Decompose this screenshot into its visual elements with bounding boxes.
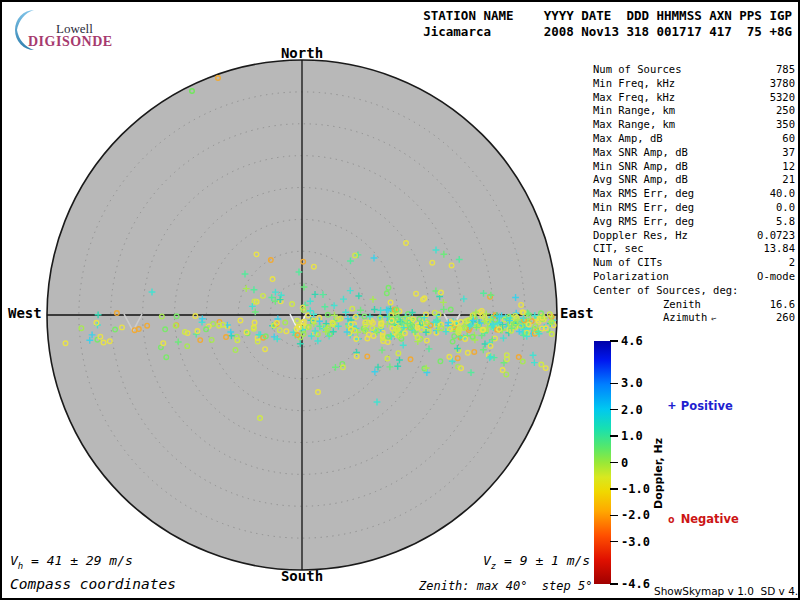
colorbar-tick [610,383,618,385]
circle-marker-icon: o [668,513,675,526]
header-values-line: Jicamarca 2008 Nov13 318 001717 417 75 +… [423,24,792,39]
legend-positive-label: Positive [681,399,733,413]
compass-west-label: West [8,305,42,321]
colorbar-tick [610,340,618,342]
colorbar-axis-label: Doppler, Hz [652,438,665,509]
colorbar-tick [610,488,618,490]
legend-negative: oNegative [668,512,739,526]
azimuth-arrow-icon: ← [710,312,719,327]
colorbar-tick [610,409,618,411]
colorbar-tick [610,515,618,517]
colorbar-tick-label: 0 [621,456,628,470]
colorbar-tick [610,435,618,437]
colorbar-tick [610,462,618,464]
colorbar-tick-label: -1.0 [621,482,650,496]
lowell-digisonde-logo: Lowell DIGISONDE [10,9,130,53]
compass-east-label: East [560,305,594,321]
skymap-window: Lowell DIGISONDE STATION NAME YYYY DATE … [0,0,800,600]
colorbar-tick-label: -4.6 [621,577,650,591]
vertical-velocity-readout: Vz = 9 ± 1 m/s [483,553,590,571]
header-columns-line: STATION NAME YYYY DATE DDD HHMMSS AXN PP… [423,8,792,23]
software-version-text: ShowSkymap v 1.0 SD v 4.2 [654,585,800,597]
colorbar-tick-label: 1.0 [621,429,643,443]
legend-negative-label: Negative [681,512,739,526]
logo-digisonde-text: DIGISONDE [28,34,113,50]
zenith-scale-note: Zenith: max 40° step 5° [419,579,592,593]
compass-north-label: North [272,45,332,61]
doppler-colorbar [594,341,611,584]
colorbar-tick-label: -3.0 [621,535,650,549]
compass-south-label: South [272,568,332,584]
colorbar-tick [610,541,618,543]
horizontal-velocity-readout: Vh = 41 ± 29 m/s [10,553,133,571]
plus-marker-icon: + [668,398,676,413]
station-header: STATION NAME YYYY DATE DDD HHMMSS AXN PP… [423,8,792,40]
colorbar-tick [610,583,618,585]
colorbar-tick-label: 2.0 [621,403,643,417]
colorbar-ticks: 4.63.02.01.00-1.0-2.0-3.0-4.6 [610,2,656,600]
legend-positive: +Positive [668,398,733,413]
colorbar-tick-label: 3.0 [621,376,643,390]
coordinate-system-note: Compass coordinates [10,576,176,592]
colorbar-tick-label: -2.0 [621,508,650,522]
colorbar-tick-label: 4.6 [621,334,643,348]
